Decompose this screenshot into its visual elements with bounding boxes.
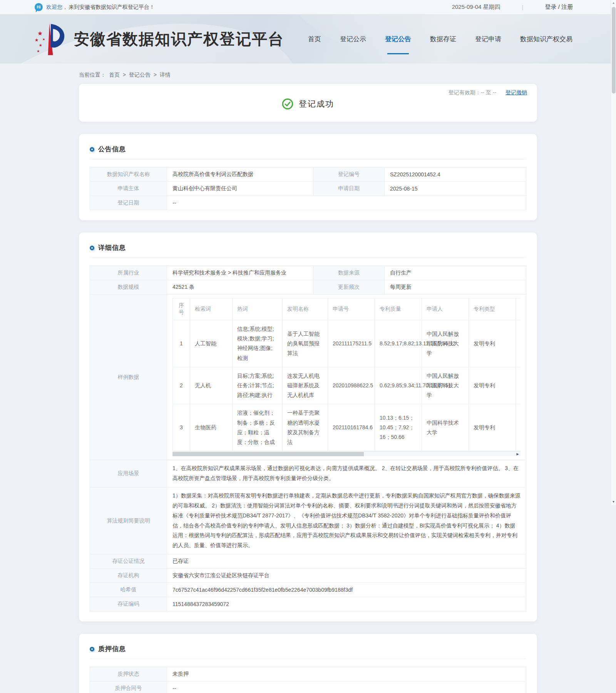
cell-patent-quality: 8.52;9.17;8.82;13.11;16.5;56.12: [375, 320, 422, 367]
breadcrumb-separator: >: [123, 72, 126, 78]
field-label: 所属行业: [90, 266, 167, 280]
nav-item-home[interactable]: 首页: [308, 33, 321, 45]
field-label: 更新频次: [313, 280, 385, 295]
vertical-scrollbar-thumb[interactable]: [612, 7, 616, 94]
svg-text:★: ★: [39, 43, 42, 47]
column-header: 序号: [173, 298, 190, 320]
nav-item-data-deposit[interactable]: 数据存证: [430, 33, 456, 45]
breadcrumb-current: 详情: [160, 72, 171, 78]
data-source-value: 自行生产: [385, 266, 526, 280]
svg-text:★: ★: [35, 37, 39, 43]
nav-item-registration-apply[interactable]: 登记申请: [475, 33, 501, 45]
table-row: 哈希值 7c67527c41ac46f96d42257cd661f35f2e81…: [90, 583, 526, 597]
horizontal-scrollbar[interactable]: ▶: [172, 451, 521, 456]
main-nav: 首页 登记公示 登记公告 数据存证 登记申请 数据知识产权交易: [308, 33, 572, 45]
nav-item-registration-announcement[interactable]: 登记公告: [385, 33, 411, 45]
cell-patent-quality: 0.62;9.85;9.34;11.70;16;47.51: [375, 367, 422, 404]
cell-invention-name: 连发无人机电磁弹射系统及无人机机库: [283, 367, 328, 404]
column-header: 申请号: [328, 298, 375, 320]
field-label: 存证编码: [90, 597, 167, 611]
breadcrumb-parent[interactable]: 登记公告: [129, 72, 151, 78]
pledge-section-title: 质押信息: [98, 644, 126, 653]
cell-hotwords: 信息;系统;模型;模块;数据;学习;神经网络;图像;检测: [233, 320, 283, 367]
site-logo-icon: ★ ★ ★ ★ ★: [33, 21, 69, 57]
registration-status-card: 登记有效期：-- 至 -- 登记撤销 登记成功: [79, 84, 537, 122]
field-label: 数据来源: [313, 266, 385, 280]
algorithm-description-value: 1）数据采集：对高校院所现有发明专利数据进行单独建表，定期从数据总表中进行更新，…: [167, 487, 526, 554]
cell-hotwords: 目标;方案;系统;任务;计算;节点;路径;构建;执行: [233, 367, 283, 404]
announcement-table: 数据知识产权名称 高校院所高价值专利词云匹配数据 登记编号 SZ20251200…: [90, 167, 526, 210]
field-label: 存证机构: [90, 569, 167, 583]
nav-item-registration-publicity[interactable]: 登记公示: [340, 33, 366, 45]
sample-data-table: 序号 检索词 热词 发明名称 申请号 专利质量 申请人 专利类型 发明人: [172, 298, 521, 451]
cell-keyword: 生物医药: [190, 404, 233, 451]
table-row: 应用场景 1、在高校院所知识产权成果展示场景，通过数据的可视化表达，向需方提供成…: [90, 460, 526, 487]
update-frequency-value: 每周更新: [385, 280, 526, 295]
table-row: 申请主体 黄山科创中心有限责任公司 申请日期 2025-08-15: [90, 182, 526, 196]
site-header: ★ ★ ★ ★ ★ 安徽省数据知识产权登记平台 首页 登记公示 登记公告 数据存…: [0, 14, 616, 64]
topbar-divider: |: [522, 4, 524, 10]
breadcrumb-home[interactable]: 首页: [109, 72, 120, 78]
section-dot-icon: [90, 147, 94, 152]
section-dot-icon: [90, 246, 94, 250]
pledge-info-section: 质押信息 质押状态 未质押 质押合同号 --: [79, 634, 537, 693]
field-label: 申请日期: [313, 182, 385, 196]
detail-table: 所属行业 科学研究和技术服务业 > 科技推广和应用服务业 数据来源 自行生产 数…: [90, 266, 526, 611]
cell-applicant: 中国科学技术大学: [422, 404, 469, 451]
field-label: 算法规则简要说明: [90, 487, 167, 554]
field-label: 数据规模: [90, 280, 167, 295]
cell-patent-type: 发明专利: [469, 367, 516, 404]
svg-text:★: ★: [37, 30, 43, 37]
deposit-agency-value: 安徽省六安市江淮公证处区块链存证平台: [167, 569, 526, 583]
validity-value: -- 至 --: [481, 89, 496, 95]
field-label: 登记编号: [313, 167, 385, 182]
scroll-down-arrow-icon[interactable]: ▼: [611, 499, 616, 505]
notarization-status-value: 已存证: [167, 554, 526, 569]
field-label: 质押合同号: [90, 681, 167, 693]
scroll-right-arrow-icon[interactable]: ▶: [515, 452, 520, 457]
registration-date-value: --: [167, 196, 526, 210]
cell-inventor: 汪洋;辉;曾智: [516, 320, 521, 367]
detail-info-section: 详细信息 所属行业 科学研究和技术服务业 > 科技推广和应用服务业 数据来源 自…: [79, 233, 537, 621]
table-row: 样例数据 序号 检索词 热词 发明名称: [90, 295, 526, 460]
cell-patent-type: 发明专利: [469, 320, 516, 367]
section-dot-icon: [90, 647, 94, 651]
pledge-table: 质押状态 未质押 质押合同号 --: [90, 667, 526, 693]
registration-success-text: 登记成功: [299, 99, 334, 109]
registration-number-value: SZ2025120001452.4: [385, 167, 526, 182]
revoke-registration-link[interactable]: 登记撤销: [506, 89, 527, 95]
column-header: 检索词: [190, 298, 233, 320]
cell-application-no: 202110161784.6: [328, 404, 375, 451]
column-header: 热词: [233, 298, 283, 320]
cell-inventor: 吴山;湘江: [516, 367, 521, 404]
table-row: 质押状态 未质押: [90, 667, 526, 681]
sample-header-row: 序号 检索词 热词 发明名称 申请号 专利质量 申请人 专利类型 发明人: [173, 298, 521, 320]
nav-item-data-ip-trade[interactable]: 数据知识产权交易: [520, 33, 572, 45]
sample-table-scroll-area[interactable]: 序号 检索词 热词 发明名称 申请号 专利质量 申请人 专利类型 发明人: [172, 298, 521, 451]
svg-text:★: ★: [37, 49, 40, 53]
sample-data-cell: 序号 检索词 热词 发明名称 申请号 专利质量 申请人 专利类型 发明人: [167, 295, 526, 460]
table-row: 质押合同号 --: [90, 681, 526, 693]
field-label: 样例数据: [90, 295, 167, 460]
table-row: 1 人工智能 信息;系统;模型;模块;数据;学习;神经网络;图像;检测 基于人工…: [173, 320, 521, 367]
scroll-up-arrow-icon[interactable]: ▲: [611, 0, 616, 6]
cell-patent-type: 发明专利: [469, 404, 516, 451]
vertical-scrollbar[interactable]: ▲ ▼: [611, 0, 616, 505]
cell-keyword: 无人机: [190, 367, 233, 404]
field-label: 哈希值: [90, 583, 167, 597]
cell-applicant: 中国人民解放军国防科技大学: [422, 320, 469, 367]
welcome-highlight: 欢迎您，: [46, 4, 68, 11]
data-scale-value: 42521 条: [167, 280, 313, 295]
breadcrumb-prefix: 当前位置：: [79, 72, 106, 78]
table-row: 算法规则简要说明 1）数据采集：对高校院所现有发明专利数据进行单独建表，定期从数…: [90, 487, 526, 554]
data-ip-name-value: 高校院所高价值专利词云匹配数据: [167, 167, 313, 182]
horizontal-scrollbar-thumb[interactable]: [172, 452, 364, 456]
login-register-link[interactable]: 登录 / 注册: [545, 3, 573, 11]
table-row: 2 无人机 目标;方案;系统;任务;计算;节点;路径;构建;执行 连发无人机电磁…: [173, 367, 521, 404]
table-row: 数据知识产权名称 高校院所高价值专利词云匹配数据 登记编号 SZ20251200…: [90, 167, 526, 182]
field-label: 登记日期: [90, 196, 167, 210]
table-row: 存证机构 安徽省六安市江淮公证处区块链存证平台: [90, 569, 526, 583]
column-header: 专利质量: [375, 298, 422, 320]
table-row: 数据规模 42521 条 更新频次 每周更新: [90, 280, 526, 295]
column-header: 申请人: [422, 298, 469, 320]
